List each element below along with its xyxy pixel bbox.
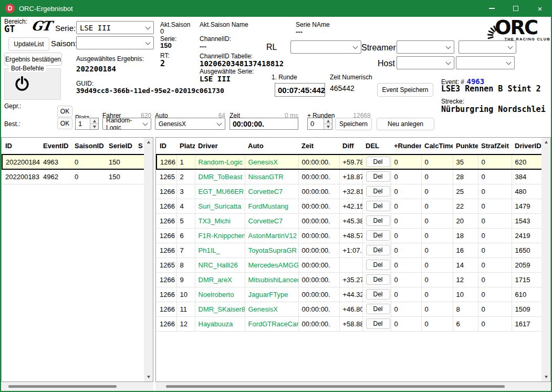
serie-select[interactable]: LSE III: [76, 21, 154, 34]
spinner-down-icon[interactable]: [90, 123, 98, 129]
table-row[interactable]: 126612HayabuuzaFordGTRaceCar00:00:00.+58…: [157, 316, 542, 331]
column-header[interactable]: DEL: [362, 138, 391, 154]
del-button[interactable]: Del: [366, 186, 390, 197]
scroll-up-icon[interactable]: [541, 138, 550, 147]
del-button[interactable]: Del: [366, 304, 390, 314]
cell-punkte: 35: [453, 154, 478, 169]
bot-befehle-label: Bot-Befehle: [9, 65, 46, 72]
table-row[interactable]: 12663EGT_MU66ERCorvetteC700:00:00.+32.81…: [157, 184, 542, 199]
event-speichern-button[interactable]: Event Speichern: [377, 83, 433, 97]
cell-platz: 10: [176, 287, 195, 302]
spinner-down-icon[interactable]: [324, 123, 332, 129]
scroll-up-icon[interactable]: [144, 138, 153, 147]
cell-platz: 7: [176, 243, 195, 257]
column-header[interactable]: DriverID: [512, 138, 542, 154]
column-header[interactable]: Platz: [176, 138, 195, 154]
cell-calctime: 0: [421, 169, 453, 184]
cell-calctime: 0: [421, 228, 453, 243]
table-row[interactable]: 12652DMR_ToBeastNissanGTR00:00:00.+18.87…: [157, 169, 542, 184]
cell-punkte: 20: [453, 213, 478, 228]
scrollbar-thumb[interactable]: [8, 385, 117, 388]
del-button[interactable]: Del: [366, 215, 390, 226]
column-header[interactable]: CalcTime: [421, 138, 453, 154]
auto-select[interactable]: GenesisX: [155, 118, 225, 130]
column-header[interactable]: Auto: [245, 138, 298, 154]
chevron-down-icon: [143, 120, 148, 126]
del-button[interactable]: Del: [366, 260, 390, 270]
speichern-button[interactable]: Speichern: [335, 118, 372, 130]
cell-driver: Random-Logic: [195, 154, 245, 169]
neu-anlegen-button[interactable]: Neu anlegen: [377, 118, 434, 130]
zeit-input[interactable]: 00:00:00.: [230, 118, 298, 130]
cell-diff: +32.81: [339, 184, 362, 199]
close-button[interactable]: ×: [528, 0, 552, 17]
column-header[interactable]: EventID: [40, 138, 71, 154]
column-header[interactable]: S: [135, 138, 144, 154]
cell-auto: MitsubishiLancer: [245, 272, 298, 287]
best-ok-button[interactable]: OK: [57, 118, 72, 129]
scrollbar-thumb[interactable]: [166, 385, 505, 388]
scroll-down-icon[interactable]: [541, 373, 550, 381]
horizontal-scrollbar[interactable]: [1, 382, 153, 391]
del-button[interactable]: Del: [366, 318, 390, 329]
saison-select[interactable]: [76, 36, 154, 49]
del-button[interactable]: Del: [366, 157, 390, 167]
fahrer-select[interactable]: Random-Logic: [102, 118, 151, 130]
host-select-1[interactable]: [397, 56, 454, 69]
spinner-up-icon[interactable]: [90, 118, 98, 123]
gepr-ok-button[interactable]: OK: [57, 106, 72, 117]
column-header[interactable]: Driver: [195, 138, 245, 154]
column-header[interactable]: ID: [2, 138, 40, 154]
spinner-up-icon[interactable]: [324, 118, 332, 123]
table-row[interactable]: 12658NRC_Halli26MercedesAMGGT300:00:00.D…: [157, 257, 542, 272]
column-header[interactable]: StrafZeit: [478, 138, 512, 154]
column-header[interactable]: Punkte: [453, 138, 478, 154]
rl-select[interactable]: [290, 40, 361, 54]
del-button[interactable]: Del: [366, 201, 390, 211]
cell-calctime: 0: [421, 184, 453, 199]
cell-diff: +44.32: [339, 287, 362, 302]
table-row[interactable]: 126610NoelrobertoJaguarFType00:00:00.+44…: [157, 287, 542, 302]
column-header[interactable]: ID: [157, 138, 176, 154]
table-row[interactable]: 126611DMR_SKaiser8GenesisX00:00:00.+46.8…: [157, 302, 542, 316]
platz-stepper[interactable]: 1: [75, 118, 99, 130]
vertical-scrollbar[interactable]: [541, 138, 550, 381]
cell-auto: NissanGTR: [245, 169, 298, 184]
table-row[interactable]: 12664Suri_SuricattaFordMustang00:00:00.+…: [157, 199, 542, 213]
cell-id: 1266: [157, 228, 176, 243]
orc-logo: ORC THE RACING CLUB: [483, 18, 550, 48]
table-row[interactable]: 20220018349620150: [2, 169, 144, 184]
column-header[interactable]: SaisonID: [71, 138, 106, 154]
table-row[interactable]: 12666F1R-KnippchenAstonMartinV1200:00:00…: [157, 228, 542, 243]
host-select-2[interactable]: [456, 56, 515, 69]
first-lap-time-box[interactable]: 00:07:45:442: [275, 83, 325, 97]
cell-driver_id: 1650: [512, 243, 542, 257]
table-row[interactable]: 12665TX3_MichiCorvetteC700:00:00.+45.38D…: [157, 213, 542, 228]
power-icon[interactable]: [13, 75, 31, 93]
scroll-down-icon[interactable]: [144, 373, 153, 381]
cell-del: Del: [362, 302, 391, 316]
column-header[interactable]: Diff: [339, 138, 362, 154]
cell-driver_id: 1479: [512, 199, 542, 213]
column-header[interactable]: +Runden: [391, 138, 421, 154]
horizontal-scrollbar[interactable]: [155, 382, 551, 391]
updatelist-button[interactable]: UpdateList: [8, 37, 49, 51]
maximize-button[interactable]: [504, 0, 528, 17]
column-header[interactable]: SerieID: [106, 138, 135, 154]
vertical-scrollbar[interactable]: [144, 138, 153, 381]
column-header[interactable]: Zeit: [298, 138, 339, 154]
del-button[interactable]: Del: [366, 245, 390, 255]
app-icon: D: [5, 4, 15, 13]
del-button[interactable]: Del: [366, 274, 390, 285]
table-row[interactable]: 12669DMR_areXMitsubishiLancer00:00:00.+3…: [157, 272, 542, 287]
minimize-button[interactable]: [480, 0, 504, 17]
ergebnis-bestaetigen-button[interactable]: Ergebnis bestätigen: [4, 53, 62, 66]
del-button[interactable]: Del: [366, 230, 390, 241]
del-button[interactable]: Del: [366, 289, 390, 300]
table-row[interactable]: 12661Random-LogicGenesisX00:00:00.+59.78…: [157, 154, 542, 169]
del-button[interactable]: Del: [366, 171, 390, 182]
streamer-select-1[interactable]: [397, 40, 454, 54]
table-row[interactable]: 20220018449630150: [2, 154, 144, 169]
runden-stepper[interactable]: 0: [307, 118, 332, 130]
table-row[interactable]: 12667Ph1IL_ToyotaSupraGR00:00:00.+1:07.D…: [157, 243, 542, 257]
